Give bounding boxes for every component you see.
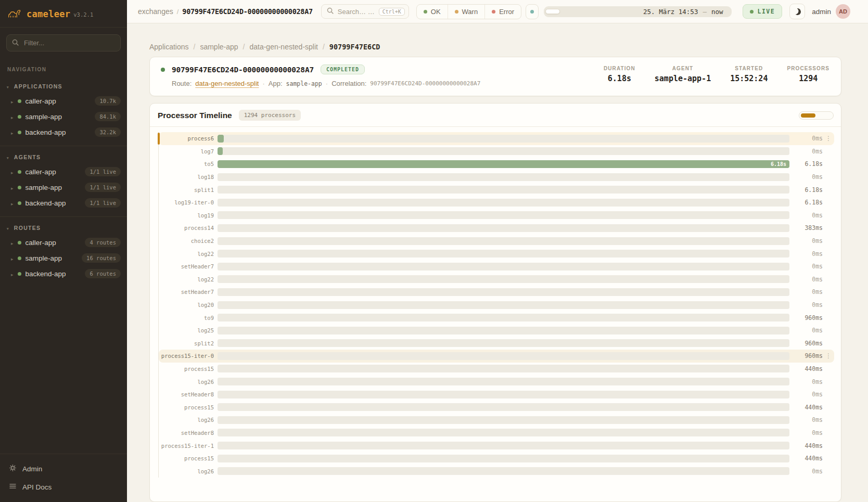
status-filter[interactable]: Error [484, 5, 521, 19]
processor-name[interactable]: setHeader7 [159, 289, 218, 295]
sidebar-filter[interactable] [6, 34, 121, 52]
timeline-row[interactable]: process15 440ms [159, 401, 834, 414]
processor-name[interactable]: process6 [159, 135, 218, 141]
time-range-button[interactable] [606, 9, 620, 14]
breadcrumb-app[interactable]: sample-app [200, 43, 238, 51]
time-range-button[interactable] [545, 9, 560, 14]
timeline-row[interactable]: setHeader8 0ms [159, 427, 834, 440]
timeline-track[interactable] [218, 314, 789, 321]
timeline-row[interactable]: process15 440ms [159, 452, 834, 465]
timeline-track[interactable] [218, 403, 789, 411]
timeline-row[interactable]: log7 0ms [159, 145, 834, 158]
view-toggle-button[interactable] [817, 113, 832, 118]
timeline-row[interactable]: process15 440ms [159, 363, 834, 376]
timeline-row[interactable]: process6 0ms [159, 132, 834, 145]
timeline-track[interactable] [218, 237, 789, 245]
processor-name[interactable]: setHeader7 [159, 263, 218, 269]
timeline-track[interactable] [218, 339, 789, 347]
timeline-track[interactable] [218, 455, 789, 462]
timeline-track[interactable] [218, 224, 789, 232]
time-range-button[interactable] [591, 9, 605, 14]
timeline-track[interactable] [218, 378, 789, 385]
timeline-track[interactable] [218, 275, 789, 283]
processor-name[interactable]: log26 [159, 379, 218, 385]
processor-name[interactable]: log19-iter-0 [159, 199, 218, 205]
processor-name[interactable]: log19 [159, 212, 218, 218]
timeline-track[interactable] [218, 327, 789, 334]
timeline-track[interactable] [218, 429, 789, 436]
time-range-button[interactable] [560, 9, 575, 14]
timeline-row[interactable]: log25 0ms [159, 324, 834, 337]
processor-name[interactable]: log22 [159, 251, 218, 257]
sidebar-filter-input[interactable] [23, 38, 115, 47]
timeline-row[interactable]: process15-iter-1 440ms [159, 439, 834, 452]
timeline-row[interactable]: split2 960ms [159, 337, 834, 350]
timeline-row[interactable]: to5 6.18s 6.18s [159, 158, 834, 171]
timeline-row[interactable]: log26 0ms [159, 414, 834, 427]
sidebar-item-application[interactable]: backend-app 32.2k [0, 124, 127, 140]
timeline-track[interactable] [218, 211, 789, 219]
sidebar-item-route[interactable]: backend-app 6 routes [0, 266, 127, 281]
breadcrumb-exchanges[interactable]: exchanges [138, 7, 173, 16]
processor-name[interactable]: log26 [159, 417, 218, 423]
status-filter[interactable]: Warn [448, 5, 485, 19]
processor-name[interactable]: log26 [159, 468, 218, 474]
processor-name[interactable]: to9 [159, 315, 218, 321]
timeline-track[interactable] [218, 301, 789, 309]
timeline-row[interactable]: setHeader7 0ms [159, 286, 834, 299]
timeline-track[interactable] [218, 391, 789, 398]
timeline-row[interactable]: process15-iter-0 960ms [159, 350, 834, 363]
timeline-row[interactable]: log20 0ms [159, 299, 834, 312]
processor-name[interactable]: split2 [159, 340, 218, 346]
nav-group-header-routes[interactable]: ROUTES [0, 220, 127, 235]
timeline-row[interactable]: log19-iter-0 6.18s [159, 196, 834, 209]
route-link[interactable]: data-gen-nested-split [195, 80, 259, 87]
time-range-display[interactable]: 25. März 14:53 — now [636, 8, 730, 16]
timeline-row[interactable]: log26 0ms [159, 375, 834, 388]
sidebar-item-admin[interactable]: Admin [0, 459, 127, 478]
timeline-row[interactable]: split1 6.18s [159, 183, 834, 196]
processor-name[interactable]: process15 [159, 404, 218, 410]
timeline-track[interactable]: 6.18s [218, 160, 789, 168]
timeline-row[interactable]: log22 0ms [159, 273, 834, 286]
processor-name[interactable]: setHeader8 [159, 391, 218, 397]
processor-name[interactable]: log7 [159, 148, 218, 155]
timeline-track[interactable] [218, 442, 789, 449]
kebab-menu-icon[interactable] [823, 352, 834, 359]
sidebar-item-agent[interactable]: sample-app 1/1 live [0, 179, 127, 195]
sidebar-item-route[interactable]: sample-app 16 routes [0, 250, 127, 266]
global-search[interactable]: Search… … Ctrl+K [321, 4, 409, 19]
processor-name[interactable]: log20 [159, 302, 218, 308]
processor-name[interactable]: process15 [159, 366, 218, 372]
time-range-button[interactable] [621, 9, 635, 14]
processor-name[interactable]: process15 [159, 455, 218, 461]
timeline-track[interactable] [218, 416, 789, 424]
processor-name[interactable]: process15-iter-1 [159, 443, 218, 449]
time-range-button[interactable] [576, 9, 590, 14]
sidebar-item-api-docs[interactable]: API Docs [0, 478, 127, 496]
processor-name[interactable]: log22 [159, 276, 218, 282]
nav-group-header-agents[interactable]: AGENTS [0, 149, 127, 164]
nav-group-header-applications[interactable]: APPLICATIONS [0, 79, 127, 93]
timeline-track[interactable] [218, 186, 789, 194]
timeline-track[interactable] [218, 173, 789, 181]
sidebar-item-application[interactable]: caller-app 10.7k [0, 93, 127, 109]
timeline-row[interactable]: setHeader7 0ms [159, 260, 834, 273]
timeline-track[interactable] [218, 199, 789, 207]
timeline-row[interactable]: log26 0ms [159, 465, 834, 478]
sidebar-item-agent[interactable]: caller-app 1/1 live [0, 164, 127, 179]
timeline-row[interactable]: to9 960ms [159, 311, 834, 324]
breadcrumb-applications[interactable]: Applications [149, 43, 189, 51]
timeline-track[interactable] [218, 352, 789, 360]
sidebar-item-application[interactable]: sample-app 84.1k [0, 109, 127, 124]
avatar[interactable]: AD [836, 4, 850, 19]
timeline-track[interactable] [218, 467, 789, 475]
processor-name[interactable]: process14 [159, 225, 218, 231]
processor-name[interactable]: split1 [159, 187, 218, 193]
extra-status-filter[interactable] [526, 4, 539, 19]
view-toggle-button[interactable] [801, 113, 815, 118]
processor-name[interactable]: log18 [159, 174, 218, 180]
timeline-row[interactable]: log18 0ms [159, 171, 834, 184]
timeline-track[interactable] [218, 147, 789, 155]
timeline-track[interactable] [218, 250, 789, 258]
